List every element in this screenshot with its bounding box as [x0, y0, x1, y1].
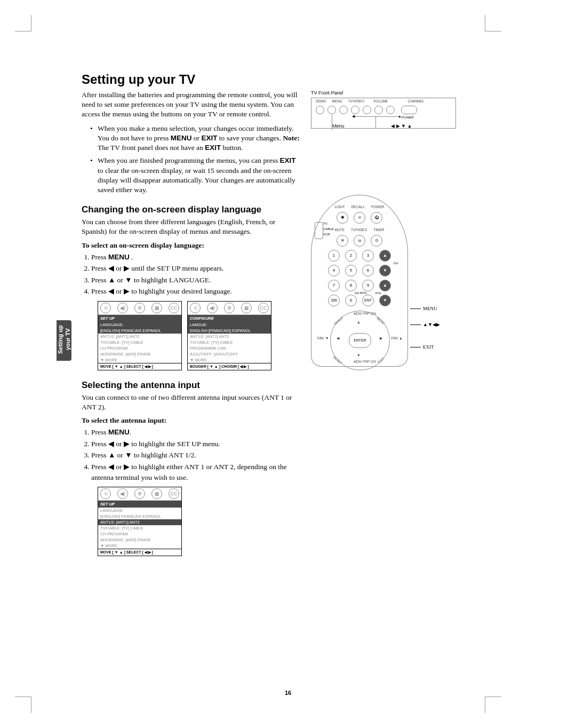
- sidebar-tab: Setting up your TV: [57, 320, 71, 361]
- text: or: [191, 134, 201, 142]
- demo-button[interactable]: [316, 106, 324, 114]
- page-content: Setting up your TV Setting up your TV Af…: [82, 72, 495, 556]
- key-3[interactable]: 3: [362, 250, 374, 262]
- power-button[interactable]: POWER: [401, 106, 417, 114]
- key-6[interactable]: 6: [362, 265, 374, 276]
- list-item: Press ◀ or ▶ to highlight the SET UP men…: [91, 439, 299, 449]
- osd-setup-english: ⎚◀)⚙▦CC SET UP LANGUAGE: [ENGLISH] FRANC…: [98, 301, 182, 370]
- bullet-2: When you are finished programming the me…: [98, 156, 300, 195]
- ant-steps: Press MENU. Press ◀ or ▶ to highlight th…: [91, 427, 299, 482]
- osd-row-highlight: ANT1/2: [ANT1] ANT2: [98, 519, 181, 525]
- text: The TV front panel does not have an: [98, 144, 205, 152]
- osd-title: SET UP: [98, 501, 181, 508]
- text: to save your changes.: [217, 134, 283, 142]
- osd-row: ▼ MORE: [188, 357, 271, 363]
- bullet-1: When you make a menu selection, your cha…: [98, 124, 300, 153]
- key-7[interactable]: 7: [328, 280, 340, 291]
- recall-button[interactable]: ⎚: [354, 212, 365, 224]
- text: When you are finished programming the me…: [98, 156, 280, 164]
- list-item: Press ◀ or ▶ until the SET UP menu appea…: [91, 263, 299, 274]
- osd-row: LANGUAGE:: [98, 322, 181, 328]
- key-0[interactable]: 0: [345, 295, 357, 306]
- osd-row: ▼ MORE: [98, 357, 181, 363]
- osd-row: TV/CABLE: [TV] CABLE: [188, 339, 271, 345]
- osd-footer: BOUGER [ ▼ ▲ ] CHOISIR [ ◀ ▶ ]: [188, 363, 271, 370]
- key-9[interactable]: 9: [362, 280, 374, 291]
- list-item: Press ◀ or ▶ to highlight either ANT 1 o…: [91, 462, 299, 482]
- osd-row: [ENGLISH] FRANCAIS ESPANOL: [98, 513, 181, 519]
- key-ent[interactable]: ENT: [362, 295, 374, 306]
- osd-row: TV/CABLE: [TV] CABLE: [98, 339, 181, 345]
- vol-up[interactable]: ▲: [379, 280, 391, 291]
- ch-up[interactable]: ▲: [379, 250, 391, 262]
- fp-menu-label: Menu: [332, 123, 345, 129]
- key-1[interactable]: 1: [328, 250, 340, 262]
- osd-row: PROGRAMME CAN: [188, 345, 271, 351]
- callout-menu: MENU: [410, 306, 437, 311]
- dpad: ENTER ADV/ PIP CH ▲ ▼ ADV/ PIP CH OCAST …: [330, 311, 389, 369]
- heading-language: Changing the on-screen display language: [82, 204, 495, 215]
- ant-subhead: To select the antenna input:: [82, 416, 495, 425]
- timer-button[interactable]: ⊙: [371, 235, 382, 247]
- osd-row: AJOUT/EFF: [AJOUT] EFF: [188, 351, 271, 357]
- osd-row: CH PROGRAM: [98, 531, 181, 537]
- key-5[interactable]: 5: [345, 265, 357, 276]
- mute-button[interactable]: ✕: [337, 235, 348, 247]
- osd-row: ANT1/2: [ANT1] ANT2: [188, 334, 271, 339]
- front-panel-title: TV Front Panel: [311, 90, 460, 96]
- vol-down[interactable]: ▼: [379, 295, 391, 306]
- key-100[interactable]: 100: [328, 295, 340, 306]
- tvvideo-button[interactable]: ⧈: [354, 235, 365, 247]
- callout-arrows: ▲▼◀▶: [410, 322, 440, 327]
- crop-mark: [485, 697, 501, 713]
- mode-switch[interactable]: [315, 222, 323, 239]
- vol-up-button[interactable]: [363, 106, 371, 114]
- fp-arrows-label: ◀ ▶ ▼ ▲: [391, 123, 412, 129]
- list-item: Press ▲ or ▼ to highlight ANT 1/2.: [91, 450, 299, 461]
- ch-up-button[interactable]: [386, 106, 395, 114]
- enter-button[interactable]: ENTER: [349, 333, 371, 348]
- power-button[interactable]: ⏻: [371, 212, 382, 224]
- osd-row: LANGUE:: [188, 322, 271, 328]
- osd-footer: MOVE [ ▼ ▲ ] SELECT [ ◀ ▶ ]: [98, 363, 181, 370]
- osd-icon-row: ⎚◀)⚙▦CC: [98, 302, 181, 315]
- osd-icon-row: ⎚◀)⚙▦CC: [188, 302, 271, 315]
- fp-buttons: POWER: [316, 106, 417, 114]
- ant-intro: You can connect to one of two different …: [82, 393, 300, 412]
- vol-down-button[interactable]: [351, 106, 359, 114]
- osd-setup-antenna: ⎚◀)⚙▦CC SET UP LANGUAGE: [ENGLISH] FRANC…: [98, 487, 182, 556]
- tvvideo-button[interactable]: [339, 106, 348, 114]
- front-panel-diagram: TV Front Panel DEMO MENU TV/VIDEO VOLUME…: [311, 90, 460, 129]
- note-label: Note:: [283, 134, 299, 142]
- key-8[interactable]: 8: [345, 280, 357, 291]
- fp-top-labels: DEMO MENU TV/VIDEO VOLUME CHANNEL: [316, 99, 425, 103]
- osd-row: TV/CABLE: [TV] CABLE: [98, 525, 181, 531]
- kw-menu: MENU: [171, 134, 192, 142]
- osd-row: ▼ MORE: [98, 543, 181, 549]
- ch-down-button[interactable]: [374, 106, 383, 114]
- menu-button[interactable]: [327, 106, 336, 114]
- kw-exit: EXIT: [280, 156, 296, 164]
- lang-intro: You can choose from three different lang…: [82, 217, 300, 236]
- text: button.: [221, 144, 243, 152]
- remote-diagram: TV CABLE VCR LIGHT RECALL POWER ✺ ⎚ ⏻ MU…: [311, 195, 408, 367]
- list-item: Press MENU .: [91, 252, 299, 263]
- osd-row: ENGLISH [FRANCAIS] ESPANOL: [188, 328, 271, 334]
- ch-down[interactable]: ▼: [379, 265, 391, 276]
- osd-icon-row: ⎚◀)⚙▦CC: [98, 487, 181, 501]
- heading-antenna: Selecting the antenna input: [82, 380, 495, 391]
- light-button[interactable]: ✺: [337, 212, 348, 224]
- osd-title: SET UP: [98, 315, 181, 322]
- osd-footer: MOVE [ ▼ ▲ ] SELECT [ ◀ ▶ ]: [98, 549, 181, 556]
- osd-row: ADD/ERASE: [ADD] ERASE: [98, 351, 181, 357]
- crop-mark: [15, 697, 31, 713]
- list-item: Press ▲ or ▼ to highlight LANGUAGE.: [91, 275, 299, 286]
- lang-steps: Press MENU . Press ◀ or ▶ until the SET …: [91, 252, 299, 297]
- osd-row: LANGUAGE:: [98, 508, 181, 513]
- kw-exit: EXIT: [201, 134, 217, 142]
- key-2[interactable]: 2: [345, 250, 357, 262]
- list-item: Press MENU.: [91, 427, 299, 438]
- page-number: 16: [0, 690, 576, 696]
- list-item: Press ◀ or ▶ to highlight your desired l…: [91, 286, 299, 297]
- key-4[interactable]: 4: [328, 265, 340, 276]
